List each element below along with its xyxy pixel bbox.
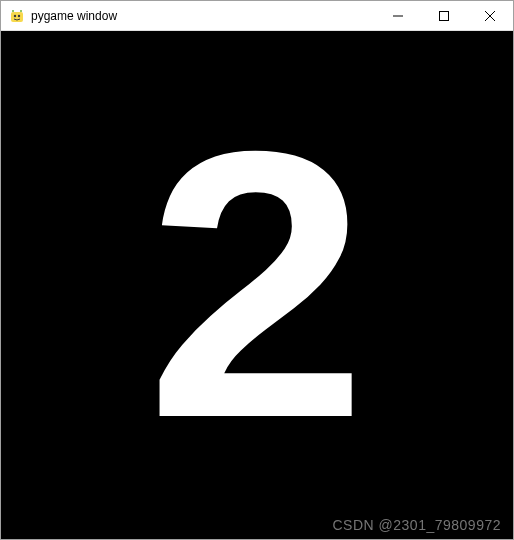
app-icon xyxy=(9,8,25,24)
rendered-digit: 2 xyxy=(146,95,368,475)
window-controls xyxy=(375,1,513,30)
titlebar[interactable]: pygame window xyxy=(1,1,513,31)
application-window: pygame window 2 CSDN @2301_79809972 xyxy=(0,0,514,540)
pygame-canvas: 2 CSDN @2301_79809972 xyxy=(1,31,513,539)
window-title: pygame window xyxy=(31,9,375,23)
watermark-text: CSDN @2301_79809972 xyxy=(333,517,502,533)
maximize-icon xyxy=(439,11,449,21)
maximize-button[interactable] xyxy=(421,1,467,30)
close-button[interactable] xyxy=(467,1,513,30)
svg-point-2 xyxy=(18,14,20,16)
svg-point-1 xyxy=(14,14,16,16)
svg-rect-4 xyxy=(440,11,449,20)
minimize-icon xyxy=(393,11,403,21)
minimize-button[interactable] xyxy=(375,1,421,30)
close-icon xyxy=(485,11,495,21)
